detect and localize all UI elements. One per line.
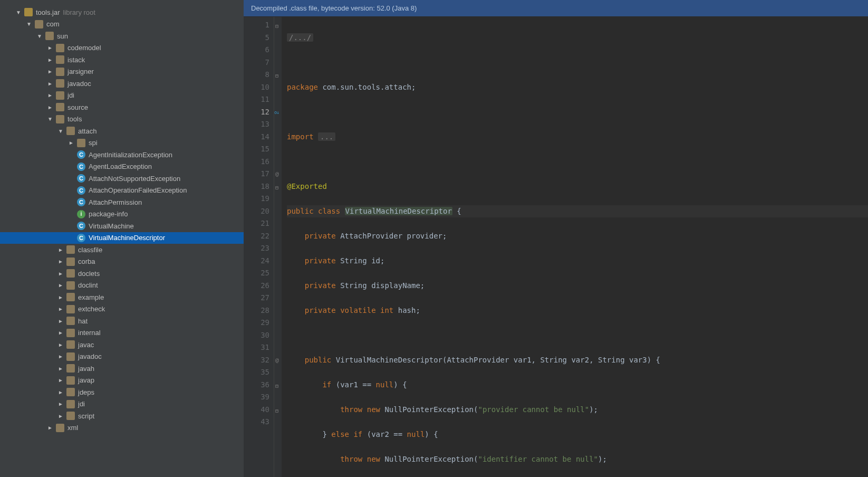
- chevron-right-icon[interactable]: [58, 354, 63, 359]
- line-number[interactable]: 23: [244, 242, 269, 255]
- chevron-right-icon[interactable]: [58, 377, 63, 383]
- chevron-right-icon[interactable]: [58, 330, 63, 336]
- tree-node-tools-jar[interactable]: tools.jarlibrary root: [0, 6, 244, 18]
- tree-node-agentinitializationexception[interactable]: CAgentInitializationException: [0, 149, 244, 161]
- chevron-right-icon[interactable]: [58, 294, 63, 300]
- fold-toggle-icon[interactable]: [274, 404, 282, 416]
- tree-node-javadoc[interactable]: javadoc: [0, 78, 244, 90]
- line-number[interactable]: 27: [244, 292, 269, 304]
- tree-node-attachoperationfailedexception[interactable]: CAttachOperationFailedException: [0, 185, 244, 197]
- tree-node-agentloadexception[interactable]: CAgentLoadException: [0, 161, 244, 173]
- line-number[interactable]: 10: [244, 81, 269, 94]
- tree-node-script[interactable]: script: [0, 410, 244, 422]
- chevron-right-icon[interactable]: [58, 401, 63, 407]
- chevron-down-icon[interactable]: [37, 33, 42, 39]
- tree-node-istack[interactable]: istack: [0, 54, 244, 66]
- line-number[interactable]: 36: [244, 379, 269, 392]
- chevron-right-icon[interactable]: [47, 92, 53, 98]
- chevron-right-icon[interactable]: [58, 306, 63, 312]
- tree-node-javah[interactable]: javah: [0, 362, 244, 375]
- tree-node-xml[interactable]: xml: [0, 422, 244, 434]
- chevron-right-icon[interactable]: [58, 271, 63, 276]
- line-number[interactable]: 15: [244, 143, 269, 156]
- fold-toggle-icon[interactable]: [274, 19, 282, 32]
- tree-node-example[interactable]: example: [0, 291, 244, 303]
- line-number[interactable]: 40: [244, 404, 269, 416]
- line-number[interactable]: 5: [244, 32, 269, 44]
- tree-node-attachnotsupportedexception[interactable]: CAttachNotSupportedException: [0, 173, 244, 185]
- tree-node-package-info[interactable]: ipackage-info: [0, 208, 244, 221]
- line-number[interactable]: 6: [244, 44, 269, 56]
- line-number[interactable]: 43: [244, 416, 269, 428]
- line-number[interactable]: 32: [244, 354, 269, 367]
- fold-region[interactable]: /.../: [287, 33, 313, 42]
- tree-node-jdeps[interactable]: jdeps: [0, 386, 244, 398]
- tree-node-codemodel[interactable]: codemodel: [0, 42, 244, 54]
- chevron-right-icon[interactable]: [58, 413, 63, 419]
- line-number[interactable]: 26: [244, 280, 269, 292]
- chevron-right-icon[interactable]: [47, 81, 53, 87]
- line-number[interactable]: 18: [244, 180, 269, 193]
- code-text[interactable]: /.../ package com.sun.tools.attach; impo…: [282, 17, 868, 477]
- line-number[interactable]: 30: [244, 329, 269, 342]
- chevron-right-icon[interactable]: [47, 45, 53, 51]
- chevron-right-icon[interactable]: [58, 259, 63, 264]
- tree-node-jdi[interactable]: jdi: [0, 398, 244, 411]
- chevron-right-icon[interactable]: [47, 104, 53, 110]
- tree-node-javap[interactable]: javap: [0, 375, 244, 387]
- tree-node-extcheck[interactable]: extcheck: [0, 303, 244, 316]
- line-number[interactable]: 29: [244, 317, 269, 329]
- line-number[interactable]: 20: [244, 205, 269, 218]
- project-tree[interactable]: tools.jarlibrary rootcomsuncodemodelista…: [0, 0, 244, 477]
- tree-node-doclint[interactable]: doclint: [0, 280, 244, 292]
- line-number[interactable]: 14: [244, 131, 269, 144]
- line-number[interactable]: 21: [244, 217, 269, 230]
- line-number[interactable]: 31: [244, 341, 269, 354]
- chevron-right-icon[interactable]: [58, 366, 63, 371]
- tree-node-classfile[interactable]: classfile: [0, 244, 244, 256]
- tree-node-virtualmachinedescriptor[interactable]: CVirtualMachineDescriptor: [0, 232, 244, 244]
- line-number[interactable]: 8: [244, 69, 269, 81]
- tree-node-attach[interactable]: attach: [0, 125, 244, 137]
- line-number[interactable]: 7: [244, 56, 269, 69]
- fold-toggle-icon[interactable]: [274, 106, 282, 119]
- code-area[interactable]: 1567810111213141516171819202122232425262…: [244, 17, 868, 477]
- tree-node-virtualmachine[interactable]: CVirtualMachine: [0, 220, 244, 232]
- line-number[interactable]: 11: [244, 93, 269, 106]
- chevron-right-icon[interactable]: [58, 282, 63, 288]
- line-number[interactable]: 22: [244, 230, 269, 243]
- chevron-right-icon[interactable]: [58, 247, 63, 253]
- tree-node-doclets[interactable]: doclets: [0, 268, 244, 280]
- chevron-down-icon[interactable]: [16, 9, 21, 15]
- line-number[interactable]: 25: [244, 267, 269, 280]
- tree-node-attachpermission[interactable]: CAttachPermission: [0, 196, 244, 208]
- tree-node-corba[interactable]: corba: [0, 256, 244, 268]
- tree-node-tools[interactable]: tools: [0, 113, 244, 126]
- tree-node-com[interactable]: com: [0, 18, 244, 31]
- fold-toggle-icon[interactable]: [274, 379, 282, 392]
- line-number[interactable]: 17: [244, 168, 269, 180]
- fold-imports[interactable]: ...: [318, 132, 335, 141]
- line-number[interactable]: 16: [244, 156, 269, 168]
- fold-toggle-icon[interactable]: [274, 69, 282, 81]
- tree-node-javac[interactable]: javac: [0, 339, 244, 351]
- fold-toggle-icon[interactable]: [274, 354, 282, 367]
- tree-node-source[interactable]: source: [0, 101, 244, 113]
- fold-toggle-icon[interactable]: [274, 180, 282, 193]
- tree-node-jdi[interactable]: jdi: [0, 90, 244, 102]
- chevron-right-icon[interactable]: [58, 389, 63, 395]
- tree-node-spi[interactable]: spi: [0, 137, 244, 149]
- line-number[interactable]: 12: [244, 106, 269, 119]
- fold-gutter[interactable]: [274, 17, 282, 477]
- chevron-down-icon[interactable]: [47, 116, 53, 122]
- line-number[interactable]: 28: [244, 304, 269, 317]
- line-number[interactable]: 19: [244, 193, 269, 205]
- line-number[interactable]: 13: [244, 118, 269, 131]
- tree-node-hat[interactable]: hat: [0, 315, 244, 327]
- chevron-right-icon[interactable]: [69, 140, 74, 146]
- tree-node-internal[interactable]: internal: [0, 327, 244, 339]
- tree-node-sun[interactable]: sun: [0, 30, 244, 42]
- fold-toggle-icon[interactable]: [274, 168, 282, 180]
- chevron-right-icon[interactable]: [58, 342, 63, 348]
- chevron-right-icon[interactable]: [47, 69, 53, 74]
